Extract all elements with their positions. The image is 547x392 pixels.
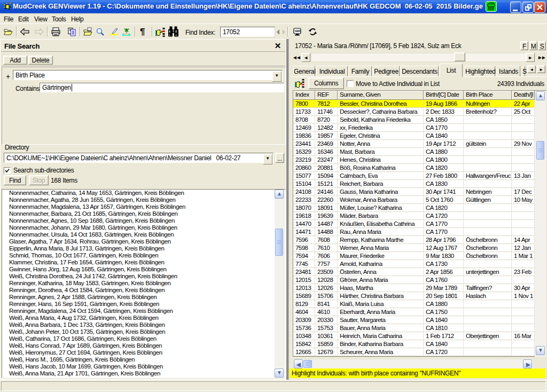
svg-text:GED: GED <box>295 29 301 33</box>
